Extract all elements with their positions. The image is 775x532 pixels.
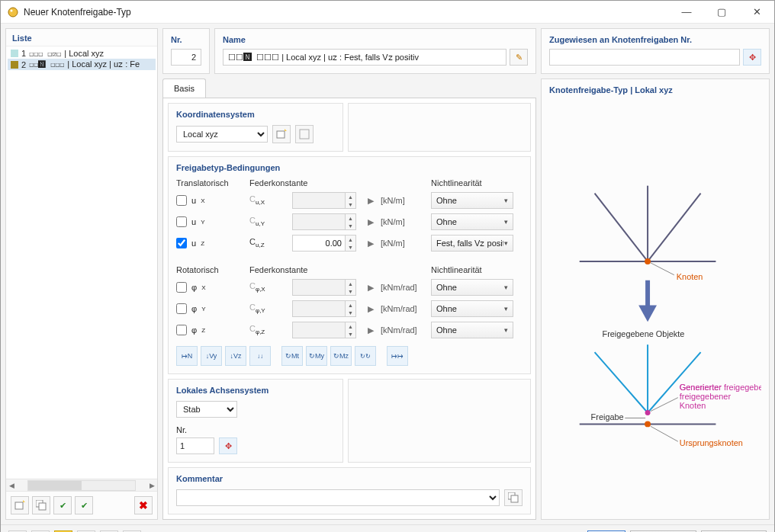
name-edit-button[interactable]: ✎: [510, 49, 528, 66]
coord-edit-button[interactable]: [295, 125, 314, 143]
cond-checkbox[interactable]: φY: [176, 303, 245, 314]
tab-strip: Basis: [162, 79, 536, 98]
list-item[interactable]: 1☐☐☐ ☐☑☐| Local xyz: [8, 48, 156, 59]
svg-text:Knoten: Knoten: [677, 272, 703, 281]
close-button[interactable]: ✕: [739, 1, 774, 24]
preset-my-button[interactable]: ↻My: [306, 346, 327, 366]
preview-header: Knotenfreigabe-Typ | Lokal xyz: [549, 85, 761, 95]
localaxis-header: Lokales Achsensystem: [176, 386, 335, 395]
svg-line-32: [651, 426, 678, 441]
nonlin-combo[interactable]: Ohne▾: [431, 192, 513, 209]
svg-point-0: [8, 8, 18, 17]
preset-mymz-button[interactable]: ↻↻: [355, 346, 376, 366]
spring-spin: ▲▼: [292, 213, 361, 230]
check-b-button[interactable]: ✔: [75, 496, 93, 514]
spring-more: ▶: [365, 192, 376, 209]
svg-marker-3: [23, 500, 25, 502]
comment-header: Kommentar: [176, 474, 523, 483]
spring-spin: ▲▼: [292, 279, 361, 296]
svg-rect-10: [511, 495, 518, 502]
app-icon: [7, 6, 19, 18]
pick-icon: ✥: [749, 53, 756, 62]
assigned-label: Zugewiesen an Knotenfreigaben Nr.: [549, 35, 761, 44]
nr-input[interactable]: [171, 49, 201, 66]
preview-diagram: Knoten Freigegebene Objekte: [549, 102, 761, 511]
list-panel: Liste 1☐☐☐ ☐☑☐| Local xyz2☐☐🅽 ☐☐☐| Local…: [5, 28, 158, 520]
new-button[interactable]: [11, 496, 29, 514]
nonlin-combo[interactable]: Ohne▾: [431, 300, 513, 317]
coord-aux-panel: [348, 103, 531, 152]
maximize-button[interactable]: ▢: [704, 1, 739, 24]
tab-basis[interactable]: Basis: [162, 79, 206, 98]
svg-line-16: [651, 263, 674, 275]
name-label: Name: [223, 35, 528, 44]
svg-line-11: [595, 194, 648, 261]
nonlin-combo[interactable]: Ohne▾: [431, 279, 513, 296]
preset-vy-button[interactable]: ↓Vy: [201, 346, 222, 366]
pick-icon: ✥: [225, 441, 232, 451]
spring-more[interactable]: ▶: [365, 235, 376, 252]
list-item[interactable]: 2☐☐🅽 ☐☐☐| Local xyz | uᴢ : Fe: [8, 59, 156, 70]
nr-label: Nr.: [171, 35, 201, 44]
localaxis-pick-button[interactable]: ✥: [219, 437, 237, 454]
nonlin-combo[interactable]: Fest, falls Vᴢ positiv▾: [431, 235, 513, 252]
copy-button[interactable]: [32, 496, 50, 514]
preset-n-button[interactable]: ↦N: [176, 346, 198, 366]
assigned-group: Zugewiesen an Knotenfreigaben Nr. ✥: [541, 28, 770, 74]
check-a-button[interactable]: ✔: [53, 496, 72, 514]
localaxis-aux-panel: [348, 379, 531, 463]
list-hscroll[interactable]: ◀▶: [6, 479, 157, 491]
minimize-button[interactable]: —: [669, 1, 704, 24]
spring-spin[interactable]: ▲▼: [292, 235, 361, 252]
preset-vz-button[interactable]: ↓Vz: [225, 346, 246, 366]
svg-rect-6: [277, 131, 285, 138]
pick-button[interactable]: ✥: [743, 49, 761, 66]
svg-point-24: [645, 410, 651, 415]
preset-icon-row: ↦N ↓Vy ↓Vz ↓↓ ↻Mt ↻My ↻Mz ↻↻: [176, 346, 523, 366]
spring-spin: ▲▼: [292, 300, 361, 317]
cond-checkbox[interactable]: φX: [176, 282, 245, 293]
comment-lib-button[interactable]: [504, 489, 523, 506]
preset-mz-button[interactable]: ↻Mz: [330, 346, 352, 366]
spring-spin: ▲▼: [292, 192, 361, 209]
delete-button[interactable]: ✖: [134, 496, 153, 514]
window-title: Neuer Knotenfreigabe-Typ: [24, 7, 669, 18]
preset-clear-button[interactable]: ↦↦: [387, 346, 408, 366]
cond-checkbox[interactable]: uX: [176, 195, 245, 206]
svg-rect-5: [39, 503, 46, 510]
titlebar: Neuer Knotenfreigabe-Typ — ▢ ✕: [1, 1, 774, 24]
nr-group: Nr.: [162, 28, 210, 74]
cond-header: Freigabetyp-Bedingungen: [176, 163, 523, 172]
preset-vyvz-button[interactable]: ↓↓: [249, 346, 271, 366]
svg-marker-7: [285, 129, 287, 131]
spring-more: ▶: [365, 300, 376, 317]
coord-combo[interactable]: Local xyz: [176, 126, 268, 143]
svg-rect-2: [15, 502, 23, 509]
preset-mt-button[interactable]: ↻Mt: [281, 346, 303, 366]
assigned-input[interactable]: [549, 49, 740, 66]
comment-combo[interactable]: [176, 489, 500, 506]
svg-text:Ursprungsknoten: Ursprungsknoten: [680, 438, 743, 447]
localaxis-nr-label: Nr.: [176, 425, 335, 434]
localaxis-nr-input[interactable]: [176, 437, 214, 454]
name-group: Name ✎: [214, 28, 536, 74]
cond-checkbox[interactable]: φZ: [176, 325, 245, 335]
spring-more: ▶: [365, 322, 376, 338]
svg-point-15: [645, 258, 651, 264]
svg-rect-8: [300, 130, 309, 139]
nonlin-combo[interactable]: Ohne▾: [431, 213, 513, 230]
pencil-icon: ✎: [516, 53, 523, 62]
svg-text:Freigabe: Freigabe: [591, 412, 624, 421]
cond-checkbox[interactable]: uZ: [176, 238, 245, 248]
name-input[interactable]: [223, 49, 506, 66]
svg-line-21: [595, 352, 648, 412]
cond-checkbox[interactable]: uY: [176, 216, 245, 227]
spring-more: ▶: [365, 213, 376, 230]
list-box[interactable]: 1☐☐☐ ☐☑☐| Local xyz2☐☐🅽 ☐☐☐| Local xyz |…: [6, 46, 157, 479]
localaxis-combo[interactable]: Stab: [176, 401, 237, 418]
coord-header: Koordinatensystem: [176, 110, 335, 119]
coord-new-button[interactable]: [272, 125, 291, 143]
svg-line-13: [648, 194, 701, 261]
nonlin-combo[interactable]: Ohne▾: [431, 322, 513, 338]
list-header: Liste: [6, 29, 157, 46]
